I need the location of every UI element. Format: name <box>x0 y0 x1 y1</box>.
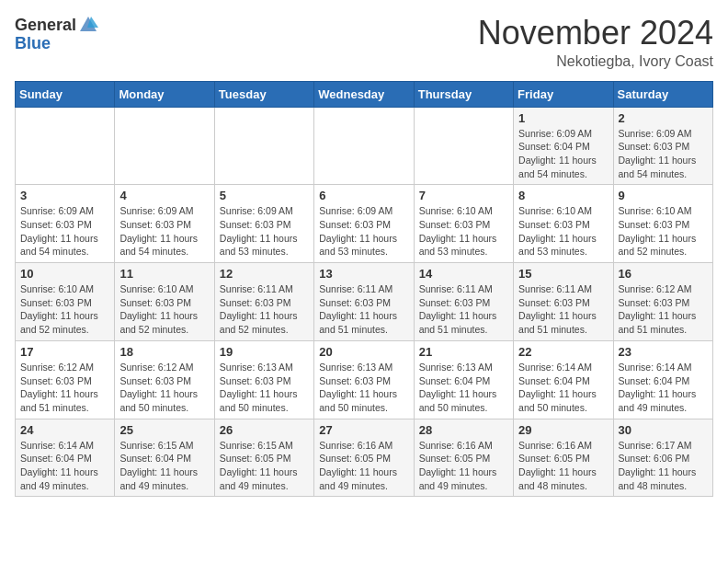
day-info: Sunrise: 6:15 AM Sunset: 6:05 PM Dayligh… <box>220 439 309 493</box>
day-info: Sunrise: 6:15 AM Sunset: 6:04 PM Dayligh… <box>119 439 209 493</box>
day-info: Sunrise: 6:11 AM Sunset: 6:03 PM Dayligh… <box>220 282 309 337</box>
day-info: Sunrise: 6:10 AM Sunset: 6:03 PM Dayligh… <box>419 204 508 259</box>
day-number: 18 <box>119 345 209 359</box>
day-cell: 15Sunrise: 6:11 AM Sunset: 6:03 PM Dayli… <box>514 263 613 341</box>
day-cell: 22Sunrise: 6:14 AM Sunset: 6:04 PM Dayli… <box>514 340 613 419</box>
day-info: Sunrise: 6:10 AM Sunset: 6:03 PM Dayligh… <box>20 282 109 337</box>
day-info: Sunrise: 6:16 AM Sunset: 6:05 PM Dayligh… <box>518 439 608 493</box>
day-info: Sunrise: 6:13 AM Sunset: 6:03 PM Dayligh… <box>319 361 408 415</box>
day-cell <box>214 107 313 185</box>
page-header: General Blue November 2024 Nekotiegba, I… <box>15 15 713 70</box>
day-cell: 27Sunrise: 6:16 AM Sunset: 6:05 PM Dayli… <box>314 419 414 497</box>
day-number: 19 <box>220 345 309 359</box>
day-info: Sunrise: 6:09 AM Sunset: 6:04 PM Dayligh… <box>518 127 608 181</box>
header-day-saturday: Saturday <box>613 81 712 107</box>
logo-blue: Blue <box>15 35 51 52</box>
header-day-wednesday: Wednesday <box>314 81 414 107</box>
day-info: Sunrise: 6:12 AM Sunset: 6:03 PM Dayligh… <box>619 282 708 337</box>
day-info: Sunrise: 6:12 AM Sunset: 6:03 PM Dayligh… <box>20 361 109 415</box>
day-cell: 14Sunrise: 6:11 AM Sunset: 6:03 PM Dayli… <box>414 263 513 341</box>
header-day-tuesday: Tuesday <box>214 81 313 107</box>
day-cell: 7Sunrise: 6:10 AM Sunset: 6:03 PM Daylig… <box>414 185 513 263</box>
week-row-5: 24Sunrise: 6:14 AM Sunset: 6:04 PM Dayli… <box>16 419 713 497</box>
day-cell: 20Sunrise: 6:13 AM Sunset: 6:03 PM Dayli… <box>314 340 414 419</box>
week-row-1: 1Sunrise: 6:09 AM Sunset: 6:04 PM Daylig… <box>16 107 713 185</box>
day-info: Sunrise: 6:09 AM Sunset: 6:03 PM Dayligh… <box>319 204 408 259</box>
day-number: 6 <box>319 189 408 202</box>
header-day-thursday: Thursday <box>414 81 513 107</box>
day-number: 13 <box>319 267 408 281</box>
day-cell: 13Sunrise: 6:11 AM Sunset: 6:03 PM Dayli… <box>314 263 414 341</box>
day-number: 10 <box>20 267 109 281</box>
day-cell: 23Sunrise: 6:14 AM Sunset: 6:04 PM Dayli… <box>613 340 712 419</box>
day-number: 17 <box>20 345 109 359</box>
day-number: 8 <box>518 189 608 202</box>
logo: General Blue <box>15 15 98 52</box>
day-cell: 3Sunrise: 6:09 AM Sunset: 6:03 PM Daylig… <box>16 185 115 263</box>
day-number: 22 <box>518 345 608 359</box>
month-title: November 2024 <box>478 15 713 52</box>
day-number: 30 <box>619 423 708 437</box>
day-info: Sunrise: 6:10 AM Sunset: 6:03 PM Dayligh… <box>119 282 209 337</box>
day-info: Sunrise: 6:17 AM Sunset: 6:06 PM Dayligh… <box>619 439 708 493</box>
day-info: Sunrise: 6:11 AM Sunset: 6:03 PM Dayligh… <box>518 282 608 337</box>
day-cell: 11Sunrise: 6:10 AM Sunset: 6:03 PM Dayli… <box>115 263 214 341</box>
calendar-header: SundayMondayTuesdayWednesdayThursdayFrid… <box>16 81 713 107</box>
day-info: Sunrise: 6:14 AM Sunset: 6:04 PM Dayligh… <box>518 361 608 415</box>
header-day-sunday: Sunday <box>16 81 115 107</box>
day-number: 20 <box>319 345 408 359</box>
header-day-monday: Monday <box>115 81 214 107</box>
day-number: 7 <box>419 189 508 202</box>
week-row-2: 3Sunrise: 6:09 AM Sunset: 6:03 PM Daylig… <box>16 185 713 263</box>
day-info: Sunrise: 6:10 AM Sunset: 6:03 PM Dayligh… <box>619 204 708 259</box>
day-number: 4 <box>119 189 209 202</box>
day-number: 28 <box>419 423 508 437</box>
day-cell: 1Sunrise: 6:09 AM Sunset: 6:04 PM Daylig… <box>514 107 613 185</box>
day-number: 25 <box>119 423 209 437</box>
day-number: 14 <box>419 267 508 281</box>
day-info: Sunrise: 6:13 AM Sunset: 6:04 PM Dayligh… <box>419 361 508 415</box>
location-title: Nekotiegba, Ivory Coast <box>478 53 713 70</box>
day-cell <box>115 107 214 185</box>
day-cell: 8Sunrise: 6:10 AM Sunset: 6:03 PM Daylig… <box>514 185 613 263</box>
day-cell: 5Sunrise: 6:09 AM Sunset: 6:03 PM Daylig… <box>214 185 313 263</box>
day-cell: 19Sunrise: 6:13 AM Sunset: 6:03 PM Dayli… <box>214 340 313 419</box>
day-number: 16 <box>619 267 708 281</box>
day-cell: 24Sunrise: 6:14 AM Sunset: 6:04 PM Dayli… <box>16 419 115 497</box>
day-cell: 12Sunrise: 6:11 AM Sunset: 6:03 PM Dayli… <box>214 263 313 341</box>
week-row-3: 10Sunrise: 6:10 AM Sunset: 6:03 PM Dayli… <box>16 263 713 341</box>
header-row: SundayMondayTuesdayWednesdayThursdayFrid… <box>16 81 713 107</box>
day-cell: 29Sunrise: 6:16 AM Sunset: 6:05 PM Dayli… <box>514 419 613 497</box>
day-cell <box>314 107 414 185</box>
day-number: 23 <box>619 345 708 359</box>
day-info: Sunrise: 6:14 AM Sunset: 6:04 PM Dayligh… <box>619 361 708 415</box>
day-number: 15 <box>518 267 608 281</box>
day-cell: 17Sunrise: 6:12 AM Sunset: 6:03 PM Dayli… <box>16 340 115 419</box>
day-cell: 9Sunrise: 6:10 AM Sunset: 6:03 PM Daylig… <box>613 185 712 263</box>
day-cell: 4Sunrise: 6:09 AM Sunset: 6:03 PM Daylig… <box>115 185 214 263</box>
day-number: 12 <box>220 267 309 281</box>
day-number: 26 <box>220 423 309 437</box>
day-info: Sunrise: 6:09 AM Sunset: 6:03 PM Dayligh… <box>20 204 109 259</box>
day-number: 27 <box>319 423 408 437</box>
day-info: Sunrise: 6:09 AM Sunset: 6:03 PM Dayligh… <box>220 204 309 259</box>
day-cell: 30Sunrise: 6:17 AM Sunset: 6:06 PM Dayli… <box>613 419 712 497</box>
day-number: 9 <box>619 189 708 202</box>
day-info: Sunrise: 6:13 AM Sunset: 6:03 PM Dayligh… <box>220 361 309 415</box>
logo-general: General <box>15 17 76 33</box>
day-number: 2 <box>619 111 708 125</box>
day-info: Sunrise: 6:14 AM Sunset: 6:04 PM Dayligh… <box>20 439 109 493</box>
day-cell: 25Sunrise: 6:15 AM Sunset: 6:04 PM Dayli… <box>115 419 214 497</box>
day-number: 1 <box>518 111 608 125</box>
logo-icon <box>78 15 98 35</box>
day-cell: 10Sunrise: 6:10 AM Sunset: 6:03 PM Dayli… <box>16 263 115 341</box>
day-number: 3 <box>20 189 109 202</box>
day-info: Sunrise: 6:10 AM Sunset: 6:03 PM Dayligh… <box>518 204 608 259</box>
header-day-friday: Friday <box>514 81 613 107</box>
day-cell: 18Sunrise: 6:12 AM Sunset: 6:03 PM Dayli… <box>115 340 214 419</box>
day-cell: 26Sunrise: 6:15 AM Sunset: 6:05 PM Dayli… <box>214 419 313 497</box>
day-info: Sunrise: 6:09 AM Sunset: 6:03 PM Dayligh… <box>619 127 708 181</box>
day-number: 21 <box>419 345 508 359</box>
day-cell <box>16 107 115 185</box>
day-cell: 2Sunrise: 6:09 AM Sunset: 6:03 PM Daylig… <box>613 107 712 185</box>
